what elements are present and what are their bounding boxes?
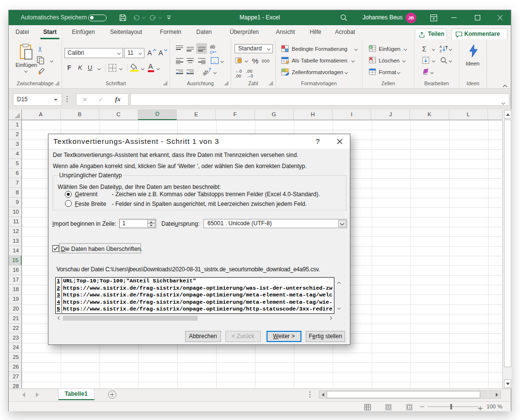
row-header[interactable]: 2 (9, 130, 21, 140)
maximize-button[interactable] (470, 10, 485, 25)
ribbon-tab[interactable]: Start (40, 25, 59, 39)
paste-dropdown-icon[interactable] (24, 69, 28, 73)
ribbon-tab[interactable]: Überprüfen (227, 25, 262, 39)
user-name[interactable]: Johannes Beus (362, 10, 403, 25)
ribbon-tab[interactable]: Formeln (157, 25, 184, 39)
import-start-row-spinner[interactable]: 1 (119, 219, 156, 229)
paste-icon[interactable] (19, 44, 33, 61)
format-as-table-dropdown-icon[interactable] (351, 59, 355, 62)
cancel-button[interactable]: Abbrechen (185, 331, 221, 342)
merge-dropdown-icon[interactable] (221, 60, 224, 63)
row-header[interactable]: 10 (9, 207, 21, 217)
delete-cells-icon[interactable] (369, 57, 377, 66)
sort-filter-icon[interactable]: AZ (440, 45, 448, 55)
next-sheet-icon[interactable] (36, 392, 39, 397)
borders-icon[interactable] (109, 64, 116, 72)
format-as-table-icon[interactable] (281, 57, 289, 66)
borders-dropdown-icon[interactable] (119, 67, 123, 70)
shrink-font-icon[interactable]: A (158, 49, 163, 57)
clear-dropdown-icon[interactable] (430, 71, 434, 74)
collapse-ribbon-icon[interactable] (503, 81, 506, 85)
row-header[interactable]: 13 (9, 236, 21, 246)
accounting-format-icon[interactable] (235, 57, 243, 66)
preview-horizontal-thumb[interactable] (63, 316, 198, 321)
scroll-down-button[interactable] (504, 379, 511, 388)
column-header[interactable]: E (177, 109, 216, 120)
delete-cells-dropdown-icon[interactable] (402, 59, 406, 62)
row-header[interactable]: 21 (9, 314, 21, 324)
cell-styles-icon[interactable] (281, 68, 289, 78)
row-header[interactable]: 25 (9, 353, 21, 362)
preview-scroll-down-icon[interactable] (337, 306, 341, 310)
name-box[interactable]: D15 (13, 93, 62, 106)
preview-horizontal-scrollbar[interactable] (55, 314, 335, 323)
format-as-table-label[interactable]: Als Tabelle formatieren (292, 58, 347, 63)
autosum-dropdown-icon[interactable] (432, 47, 435, 51)
insert-cells-dropdown-icon[interactable] (404, 47, 407, 51)
comments-button[interactable]: Kommentare (451, 29, 507, 40)
zoom-out-button[interactable] (420, 406, 425, 407)
page-break-view-icon[interactable] (406, 404, 412, 410)
file-origin-dropdown[interactable]: 65001 : Unicode (UTF-8) (204, 219, 347, 229)
row-header[interactable]: 8 (9, 188, 21, 198)
align-bottom-icon[interactable] (196, 43, 207, 54)
row-header[interactable]: 24 (9, 343, 21, 353)
prev-sheet-icon[interactable] (22, 392, 25, 397)
column-header[interactable]: B (61, 109, 99, 120)
column-header[interactable]: I (332, 109, 371, 120)
ribbon-tab[interactable]: Hilfe (307, 25, 324, 39)
column-header[interactable]: H (294, 109, 332, 120)
dialog-close-button[interactable] (332, 134, 347, 149)
clipboard-dialog-launcher-icon[interactable] (55, 81, 59, 85)
spinner-up-button[interactable] (147, 220, 155, 224)
format-painter-icon[interactable] (38, 67, 46, 77)
conditional-formatting-dropdown-icon[interactable] (354, 47, 358, 51)
radio-fixed-width-label[interactable]: Feste Breite (75, 201, 106, 207)
ribbon-display-options-icon[interactable] (426, 10, 441, 25)
row-header[interactable]: 11 (9, 217, 21, 227)
merge-center-icon[interactable]: ↔ (211, 57, 219, 64)
sort-filter-dropdown-icon[interactable] (449, 47, 452, 51)
row-header[interactable]: 27 (9, 372, 21, 382)
radio-delimited-label[interactable]: Getrennt (75, 191, 97, 198)
row-header[interactable]: 4 (9, 149, 21, 159)
share-button[interactable]: Teilen (415, 29, 447, 40)
vertical-scroll-thumb[interactable] (504, 120, 511, 367)
row-header[interactable]: 14 (9, 246, 21, 256)
fill-down-dropdown-icon[interactable] (432, 59, 435, 62)
column-header[interactable]: L (449, 109, 488, 120)
formula-input[interactable] (130, 93, 510, 106)
row-header[interactable]: 22 (9, 324, 21, 333)
close-button[interactable] (493, 10, 507, 25)
number-dialog-launcher-icon[interactable] (269, 81, 273, 85)
scroll-up-button[interactable] (504, 110, 511, 119)
fill-color-icon[interactable] (130, 63, 139, 72)
comma-style-icon[interactable]: 000 (262, 59, 270, 63)
column-header[interactable]: J (371, 109, 410, 120)
row-header[interactable]: 18 (9, 285, 21, 295)
insert-cells-icon[interactable] (369, 45, 377, 54)
row-header[interactable]: 19 (9, 295, 21, 304)
grow-font-icon[interactable]: A (147, 49, 152, 57)
preview-vertical-scrollbar[interactable] (335, 277, 344, 314)
format-cells-dropdown-icon[interactable] (397, 71, 400, 74)
accounting-dropdown-icon[interactable] (245, 59, 248, 62)
orientation-icon[interactable]: ab↗ (201, 66, 213, 77)
format-cells-label[interactable]: Format (379, 69, 396, 75)
row-header[interactable]: 26 (9, 362, 21, 372)
font-dialog-launcher-icon[interactable] (163, 81, 167, 85)
ribbon-tab[interactable]: Ansicht (273, 25, 298, 39)
conditional-formatting-label[interactable]: Bedingte Formatierung (292, 46, 347, 52)
insert-cells-label[interactable]: Einfügen (379, 46, 401, 52)
underline-icon[interactable]: U (88, 64, 92, 71)
column-header[interactable]: A (22, 109, 61, 120)
vertical-scrollbar[interactable] (502, 109, 512, 389)
number-format-combo[interactable]: Standard (235, 44, 272, 53)
scroll-right-icon[interactable] (496, 393, 498, 397)
name-box-dropdown-icon[interactable] (54, 99, 58, 101)
row-header[interactable]: 20 (9, 304, 21, 314)
autosum-icon[interactable]: Σ (422, 45, 426, 53)
tab-strip-resize-handle[interactable] (309, 391, 311, 399)
align-center-icon[interactable] (187, 57, 198, 66)
bold-icon[interactable]: F (67, 64, 71, 71)
